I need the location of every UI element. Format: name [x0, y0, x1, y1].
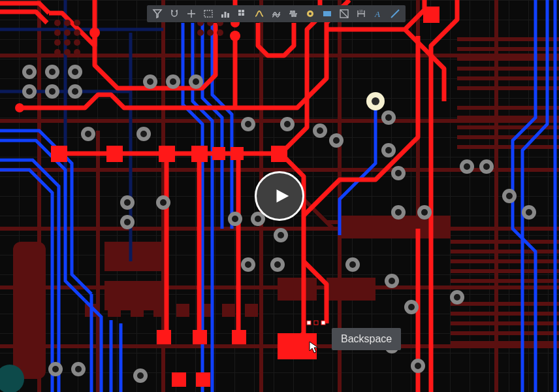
shortcut-tooltip: Backspace	[332, 328, 401, 350]
svg-point-73	[160, 199, 167, 206]
svg-rect-22	[157, 330, 171, 344]
svg-point-71	[140, 131, 147, 137]
svg-point-35	[54, 29, 61, 36]
svg-point-95	[274, 261, 281, 268]
tool-route-track[interactable]	[251, 7, 267, 21]
tool-select-rect[interactable]	[200, 7, 216, 21]
svg-rect-1	[104, 242, 167, 271]
tool-align-distribute[interactable]	[217, 7, 233, 21]
tool-add-via[interactable]	[302, 7, 318, 21]
svg-point-85	[333, 137, 340, 144]
svg-point-38	[54, 39, 61, 46]
svg-rect-23	[193, 330, 207, 344]
svg-point-115	[415, 363, 421, 369]
svg-point-87	[232, 216, 238, 222]
svg-rect-19	[212, 147, 225, 160]
svg-rect-17	[159, 146, 175, 162]
tool-draw-shape[interactable]	[336, 7, 352, 21]
svg-point-79	[245, 121, 251, 127]
svg-rect-141	[227, 13, 229, 18]
svg-rect-144	[238, 13, 241, 16]
svg-point-83	[317, 127, 323, 134]
svg-point-43	[74, 49, 80, 56]
svg-rect-10	[176, 304, 189, 317]
svg-rect-143	[242, 10, 244, 12]
tool-add-zone[interactable]	[319, 7, 335, 21]
tool-add-crosshair[interactable]	[184, 7, 199, 21]
tool-draw-segment[interactable]	[387, 7, 403, 21]
svg-rect-7	[108, 304, 121, 317]
svg-point-77	[124, 219, 131, 225]
svg-point-107	[421, 209, 428, 216]
svg-text:A: A	[374, 9, 380, 19]
svg-rect-142	[238, 10, 241, 12]
svg-point-57	[26, 88, 33, 95]
svg-point-127	[52, 366, 59, 372]
svg-rect-21	[271, 146, 287, 162]
svg-point-121	[506, 193, 513, 199]
svg-point-133	[372, 97, 379, 105]
svg-rect-140	[225, 12, 227, 18]
svg-rect-3	[278, 278, 317, 301]
tool-add-dimension[interactable]: 10	[353, 7, 369, 21]
svg-rect-12	[222, 304, 235, 317]
svg-point-59	[49, 88, 56, 95]
svg-point-34	[74, 20, 80, 26]
svg-rect-16	[106, 146, 123, 162]
svg-point-93	[245, 261, 251, 268]
svg-rect-136	[314, 321, 318, 325]
svg-point-61	[72, 88, 78, 95]
svg-point-28	[89, 27, 100, 38]
svg-rect-0	[13, 242, 46, 379]
svg-point-69	[85, 131, 91, 137]
svg-point-89	[255, 216, 261, 222]
tool-select-filter[interactable]	[150, 7, 165, 21]
svg-point-39	[64, 39, 71, 46]
svg-point-103	[395, 170, 402, 176]
svg-point-117	[464, 163, 470, 170]
svg-point-99	[385, 114, 392, 121]
svg-point-48	[207, 29, 214, 36]
svg-rect-13	[245, 304, 258, 317]
tool-grid[interactable]	[234, 7, 250, 21]
svg-point-97	[349, 261, 356, 268]
svg-rect-139	[221, 14, 223, 18]
svg-point-32	[54, 20, 61, 26]
svg-point-36	[64, 29, 71, 36]
svg-rect-137	[321, 321, 325, 325]
svg-point-42	[64, 49, 71, 56]
svg-point-129	[75, 366, 82, 372]
svg-point-123	[526, 209, 532, 216]
svg-rect-15	[51, 146, 67, 162]
svg-rect-135	[307, 321, 311, 325]
svg-point-75	[124, 199, 131, 206]
svg-point-63	[147, 78, 153, 85]
svg-point-37	[74, 29, 80, 36]
svg-point-55	[72, 69, 78, 75]
svg-rect-27	[196, 372, 210, 387]
svg-point-51	[26, 69, 33, 75]
svg-point-109	[389, 278, 395, 284]
play-button[interactable]	[255, 171, 304, 221]
svg-rect-8	[131, 304, 144, 317]
svg-point-81	[284, 121, 291, 127]
svg-rect-145	[242, 13, 244, 16]
svg-rect-24	[232, 330, 246, 344]
svg-rect-138	[204, 10, 212, 17]
svg-point-41	[54, 49, 61, 56]
svg-point-47	[197, 29, 204, 36]
svg-rect-14	[423, 7, 439, 23]
svg-rect-20	[231, 147, 244, 160]
svg-text:10: 10	[359, 9, 363, 13]
svg-rect-5	[340, 216, 451, 238]
svg-rect-4	[327, 278, 375, 301]
tool-add-text[interactable]: A	[370, 7, 386, 21]
tool-tune-length[interactable]	[285, 7, 301, 21]
tool-route-diffpair[interactable]	[268, 7, 284, 21]
toolbar: 10 A	[147, 5, 406, 22]
svg-point-131	[137, 372, 144, 379]
svg-point-105	[395, 209, 402, 216]
tool-snap-magnet[interactable]	[167, 7, 182, 21]
svg-point-147	[309, 12, 311, 15]
svg-rect-25	[278, 333, 317, 359]
